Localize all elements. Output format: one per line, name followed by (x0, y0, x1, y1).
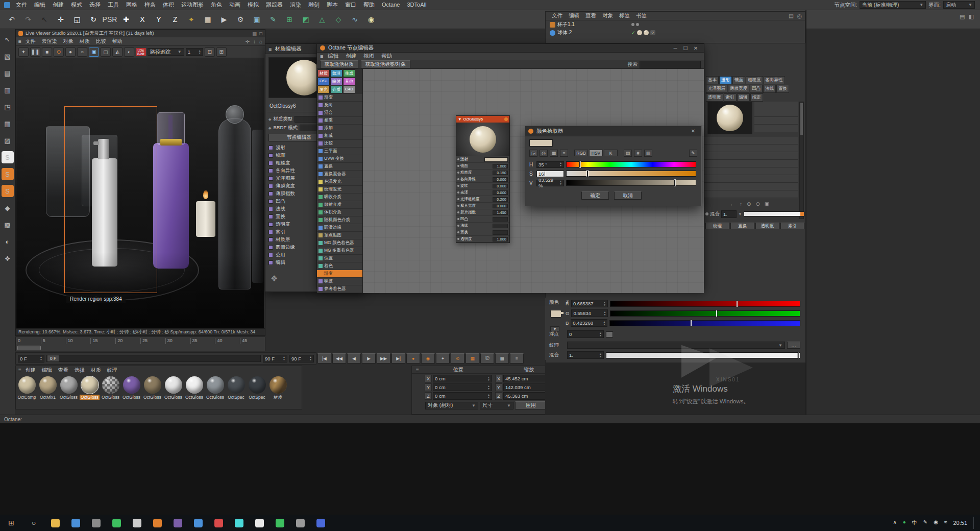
node-parameter-row[interactable]: 透明度 1.000 (456, 236, 509, 243)
toolbar-icon[interactable]: △ (314, 12, 330, 27)
material-swatch[interactable]: OctGloss (58, 375, 79, 401)
node-list-item[interactable]: 渐变 (317, 270, 362, 278)
color-mode-button[interactable]: RGB (574, 150, 588, 156)
menu-item[interactable]: 窗口 (341, 2, 360, 8)
frame-range-track[interactable]: 0 F (46, 355, 261, 362)
taskbar-app-icon[interactable] (229, 515, 249, 531)
r-value-field[interactable]: 0.665387▲▼ (571, 300, 608, 307)
toolbar-icon[interactable]: ↻ (86, 12, 101, 27)
taskbar-clock[interactable]: 20:51 (953, 520, 967, 526)
attribute-tab[interactable]: 镜面 (732, 76, 745, 84)
color-mode-button[interactable]: HSV (589, 150, 603, 156)
menu-item[interactable]: 角色 (207, 2, 226, 8)
collapse-arrow-icon[interactable]: ▼ (458, 117, 461, 122)
menu-item[interactable]: 3DToAll (403, 2, 430, 8)
node-list-item[interactable]: 相减 (317, 132, 362, 140)
node-category-tab[interactable]: 生成 (343, 69, 355, 77)
value-field[interactable]: 83.529 %▲▼ (536, 180, 564, 186)
toolbar-icon[interactable]: ✎ (265, 12, 281, 27)
up-icon[interactable]: ↑ (740, 201, 742, 207)
saturation-field[interactable]: 16 (536, 171, 564, 177)
mode-icon[interactable]: ❖ (2, 252, 14, 264)
g-value-field[interactable]: 0.55834▲▼ (571, 309, 608, 317)
attribute-bottom-tab[interactable]: 透明度 (755, 223, 779, 229)
viewer-menu-item[interactable]: 文件 (22, 38, 39, 45)
tray-icon[interactable]: ● (903, 519, 906, 526)
material-manager-menu-item[interactable]: 创建 (22, 367, 39, 374)
node-list-item[interactable]: 反向 (317, 102, 362, 109)
get-active-tag-button[interactable]: 获取激活标签/对象 (361, 60, 410, 68)
menu-item[interactable]: 运动图形 (178, 2, 207, 8)
node-category-tab[interactable]: 其他 (343, 78, 355, 85)
tray-icon[interactable]: ≈ (944, 519, 947, 526)
channel-checkbox[interactable] (268, 146, 273, 150)
start-button[interactable]: ⊞ (0, 515, 22, 531)
attribute-tab[interactable]: 透明度 (706, 93, 723, 102)
minimize-button[interactable]: ─ (670, 44, 680, 52)
node-list-item[interactable]: 相乘 (317, 117, 362, 125)
attribute-tab[interactable]: 法线 (763, 85, 776, 93)
attribute-tab[interactable]: 指定 (750, 93, 763, 102)
taskbar-app-icon[interactable] (290, 515, 310, 531)
tray-icon[interactable]: 中 (912, 519, 917, 526)
menu-item[interactable]: 选择 (86, 2, 104, 8)
material-manager-menu-item[interactable]: 编辑 (39, 367, 55, 374)
attribute-tab[interactable]: 光泽图层 (706, 85, 727, 93)
viewer-tool-icon[interactable]: ◐ (124, 47, 134, 57)
object-manager-menu-item[interactable]: 编辑 (566, 12, 582, 19)
mode-icon[interactable]: ▨ (2, 134, 14, 147)
node-editor-titlebar[interactable]: Octane 节点编辑器 ─ ☐ ✕ (317, 44, 704, 53)
node-editor-menu-item[interactable]: 帮助 (378, 53, 396, 60)
cancel-button[interactable]: 取消 (614, 191, 642, 200)
taskbar-app-icon[interactable] (65, 515, 86, 531)
taskbar-app-icon[interactable] (106, 515, 127, 531)
node-list-item[interactable]: 噪波 (317, 278, 362, 285)
viewer-tool-icon[interactable]: ◭ (112, 47, 122, 57)
frame-start-field[interactable]: 0 F▲▼ (18, 355, 44, 363)
tray-icon[interactable]: ✎ (923, 519, 927, 526)
close-button[interactable]: ✕ (688, 127, 698, 135)
coord-mode-dropdown[interactable]: 对象 (相对)▼ (425, 402, 478, 409)
node-parameter-row[interactable]: 置换 (456, 229, 509, 236)
transport-button[interactable]: ▶▶ (377, 353, 390, 364)
node-category-tab[interactable]: 发光 (317, 86, 330, 93)
viewer-menu-item[interactable]: 云渲染 (39, 38, 60, 45)
material-swatch[interactable]: OctSpec (247, 375, 267, 401)
toolbar-icon[interactable]: ◩ (298, 12, 313, 27)
node-list-item[interactable]: 三平面 (317, 148, 362, 155)
viewer-tool-icon[interactable]: ▣ (89, 47, 99, 57)
transport-button[interactable]: ◉ (421, 353, 435, 364)
toolbar-icon[interactable]: ◇ (331, 12, 346, 27)
toolbar-icon[interactable]: ◱ (69, 12, 85, 27)
node-parameter-row[interactable]: 胶片指数 1.450 (456, 209, 509, 216)
node-list-item[interactable]: 随机颜色介质 (317, 216, 362, 224)
transport-button[interactable]: |◀ (317, 353, 331, 364)
material-ball[interactable] (270, 376, 287, 394)
node-parameter-row[interactable]: 法线 (456, 223, 509, 229)
channel-checkbox[interactable] (268, 245, 273, 250)
object-row[interactable]: 杯子1.1 (546, 20, 805, 29)
material-ball[interactable] (228, 376, 245, 394)
zoom-out-icon[interactable]: ⊖ (755, 201, 760, 207)
pin-icon[interactable]: ✛ (246, 39, 250, 44)
tray-icon[interactable]: ◉ (934, 519, 938, 526)
glossy-material-node[interactable]: ▼ OctGlossy6 漫射 (456, 115, 510, 243)
tray-icon[interactable]: ∧ (893, 519, 896, 526)
menu-item[interactable]: 动画 (226, 2, 244, 8)
samples-stepper[interactable]: 1▲▼ (186, 48, 203, 56)
material-label[interactable]: OctGloss (142, 395, 162, 400)
mode-icon[interactable]: ◳ (2, 101, 14, 113)
taskbar-app-icon[interactable] (188, 515, 208, 531)
node-parameter-row[interactable]: 光泽粗糙度 0.200 (456, 196, 509, 203)
toolbar-icon[interactable]: ∿ (347, 12, 362, 27)
menu-item[interactable]: 模拟 (244, 2, 262, 8)
attribute-tab[interactable]: 粗糙度 (746, 76, 763, 84)
material-label[interactable]: OctGloss (101, 395, 120, 400)
channel-checkbox[interactable] (268, 207, 273, 211)
object-name[interactable]: 杯子1.1 (557, 21, 575, 28)
mode-icon[interactable]: ↖ (2, 33, 14, 45)
channel-checkbox[interactable] (268, 191, 273, 196)
position-field[interactable]: 0 cm▲▼ (433, 392, 492, 400)
node-editor-menu-item[interactable]: 编辑 (324, 53, 342, 60)
float-value-field[interactable]: 0▲▼ (567, 330, 604, 338)
